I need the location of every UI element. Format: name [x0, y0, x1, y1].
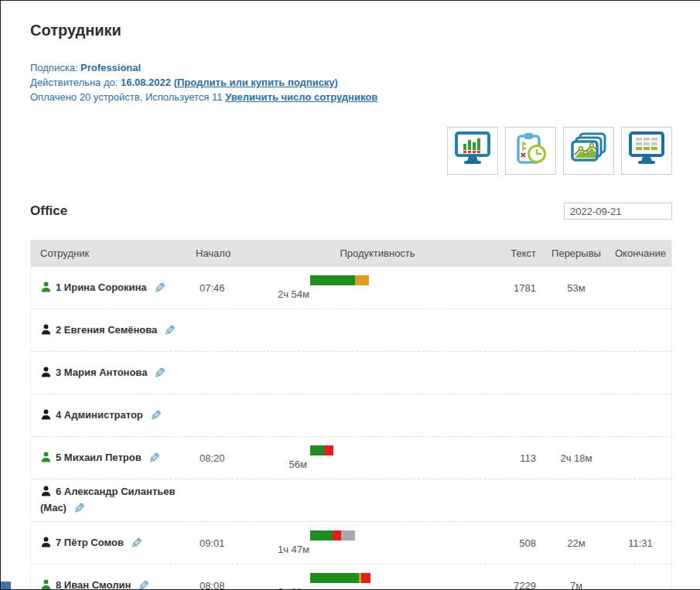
- employee-cell: 3 Мария Антонова✎: [31, 364, 195, 382]
- table-header-row: Сотрудник Начало Продуктивность Текст Пе…: [31, 240, 671, 267]
- group-header: Office: [30, 203, 672, 220]
- productivity-cell: [258, 324, 497, 337]
- table-row: 4 Администратор✎: [31, 394, 671, 437]
- edit-pencil-icon[interactable]: ✎: [149, 451, 160, 467]
- start-time: 08:08: [195, 580, 258, 590]
- start-time: 07:46: [195, 282, 258, 294]
- user-status-icon: [40, 452, 52, 462]
- monitor-report-table-icon: [628, 131, 665, 170]
- date-picker-input[interactable]: [564, 203, 672, 220]
- user-status-icon: [40, 409, 52, 420]
- user-status-icon: [40, 579, 52, 590]
- productivity-cell: [258, 494, 497, 507]
- productive-time-label: 2ч 54м: [278, 288, 307, 300]
- employee-name: 1 Ирина Сорокина: [56, 281, 147, 293]
- employee-cell: 6 Александр Силантьев (Mac)✎: [31, 483, 195, 517]
- productive-time-label: 3ч 11м: [278, 586, 307, 590]
- edit-pencil-icon[interactable]: ✎: [154, 281, 166, 297]
- start-time: 08:20: [195, 452, 258, 464]
- productivity-bar: [310, 530, 497, 541]
- monitor-statistics-icon: [454, 131, 491, 170]
- corner-artifact: [1, 581, 11, 589]
- table-row: 2 Евгения Семёнова✎: [31, 309, 671, 352]
- employee-name: 2 Евгения Семёнова: [56, 324, 157, 336]
- table-row: 8 Иван Смолин✎ 08:08 3ч 11м 7229 7м: [31, 564, 671, 590]
- productivity-cell: 56м: [258, 445, 497, 470]
- productivity-bar: [310, 445, 497, 455]
- table-body: 1 Ирина Сорокина✎ 07:46 2ч 54м 1781 53м …: [31, 267, 671, 590]
- edit-pencil-icon[interactable]: ✎: [164, 323, 176, 339]
- breaks-duration: 7м: [543, 580, 610, 590]
- subscription-plan-label: Подписка:: [30, 62, 80, 73]
- user-status-icon: [40, 367, 52, 377]
- employee-cell: 4 Администратор✎: [31, 407, 195, 425]
- increase-employees-link[interactable]: Увеличить число сотрудников: [225, 91, 377, 103]
- timesheet-nav-button[interactable]: [505, 127, 556, 175]
- end-time: 11:31: [610, 537, 671, 549]
- employee-cell: 7 Пётр Сомов✎: [31, 534, 195, 552]
- edit-pencil-icon[interactable]: ✎: [150, 408, 162, 425]
- table-row: 1 Ирина Сорокина✎ 07:46 2ч 54м 1781 53м: [31, 267, 671, 309]
- productivity-bar: [310, 494, 497, 504]
- clipboard-timesheet-icon: [512, 131, 549, 170]
- text-count: 1781: [497, 282, 543, 294]
- text-count: 7229: [497, 580, 543, 590]
- employee-name: 4 Администратор: [56, 409, 143, 421]
- productivity-bar: [310, 275, 497, 285]
- productivity-cell: [258, 367, 497, 380]
- employee-cell: 1 Ирина Сорокина✎: [31, 279, 195, 297]
- table-row: 3 Мария Антонова✎: [31, 352, 671, 394]
- app-window: Сотрудники Подписка: Professional Действ…: [0, 0, 700, 590]
- edit-pencil-icon[interactable]: ✎: [131, 536, 142, 552]
- screenshots-nav-button[interactable]: [563, 127, 614, 175]
- edit-pencil-icon[interactable]: ✎: [73, 501, 85, 517]
- edit-pencil-icon[interactable]: ✎: [154, 366, 166, 382]
- page-title: Сотрудники: [30, 1, 672, 39]
- employee-name: 5 Михаил Петров: [56, 452, 142, 463]
- user-status-icon: [40, 486, 52, 496]
- statistics-nav-button[interactable]: [447, 127, 498, 175]
- nav-icon-row: [30, 127, 672, 175]
- breaks-duration: 53м: [543, 282, 610, 294]
- productivity-cell: [258, 409, 497, 422]
- start-time: 09:01: [195, 537, 258, 549]
- table-row: 7 Пётр Сомов✎ 09:01 1ч 47м 508 22м 11:31: [31, 522, 671, 564]
- productivity-cell: 2ч 54м: [258, 275, 497, 300]
- productivity-bar: [310, 573, 497, 583]
- productivity-cell: 1ч 47м: [258, 530, 497, 555]
- edit-pencil-icon[interactable]: ✎: [138, 578, 149, 590]
- productivity-bar: [310, 324, 497, 334]
- subscription-devices-line: Оплачено 20 устройств, Используется 11 У…: [30, 90, 672, 104]
- header-productivity: Продуктивность: [258, 247, 497, 259]
- renew-subscription-link[interactable]: Продлить или купить подписку: [177, 77, 335, 88]
- renew-open-paren: (: [171, 77, 177, 88]
- header-end: Окончание: [610, 247, 671, 259]
- breaks-duration: 2ч 18м: [543, 452, 610, 464]
- table-row: 5 Михаил Петров✎ 08:20 56м 113 2ч 18м: [31, 437, 671, 479]
- employee-cell: 5 Михаил Петров✎: [31, 449, 195, 467]
- header-text: Текст: [497, 247, 543, 259]
- employees-table: Сотрудник Начало Продуктивность Текст Пе…: [30, 240, 672, 590]
- header-start: Начало: [195, 247, 258, 259]
- screenshots-gallery-icon: [570, 131, 607, 170]
- breaks-duration: 22м: [543, 537, 610, 549]
- report-table-nav-button[interactable]: [621, 127, 672, 175]
- subscription-plan-value: Professional: [80, 62, 141, 73]
- productivity-bar: [310, 409, 497, 419]
- subscription-valid-line: Действительна до: 16.08.2022 (Продлить и…: [30, 75, 672, 90]
- productive-time-label: 56м: [278, 459, 307, 470]
- table-row: 6 Александр Силантьев (Mac)✎: [31, 479, 671, 522]
- productivity-bar: [310, 367, 497, 377]
- subscription-valid-date: 16.08.2022: [121, 77, 171, 88]
- employee-name: 6 Александр Силантьев (Mac): [40, 486, 175, 513]
- text-count: 113: [497, 452, 543, 464]
- employee-name: 7 Пётр Сомов: [56, 537, 124, 548]
- employee-cell: 8 Иван Смолин✎: [31, 577, 195, 590]
- subscription-valid-label: Действительна до:: [30, 77, 121, 88]
- employee-name: 8 Иван Смолин: [56, 579, 131, 590]
- productivity-cell: 3ч 11м: [258, 573, 497, 590]
- group-title: Office: [30, 203, 67, 219]
- subscription-plan-line: Подписка: Professional: [30, 60, 672, 75]
- devices-usage-text: Оплачено 20 устройств, Используется 11: [30, 91, 225, 103]
- renew-close-paren: ): [335, 77, 338, 88]
